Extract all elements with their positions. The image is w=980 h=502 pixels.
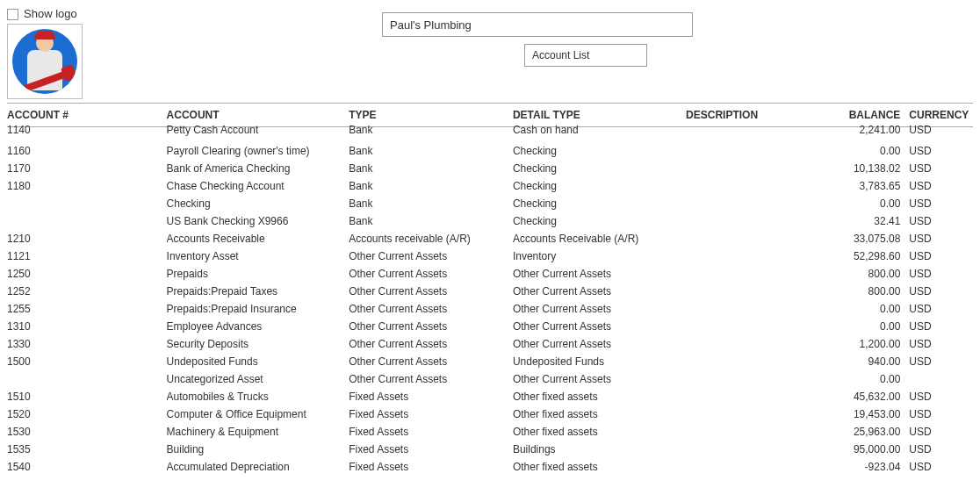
table-row[interactable]: CheckingBankChecking0.00USD [7, 195, 973, 212]
cell-detail: Other fixed assets [513, 458, 686, 476]
cell-currency: USD [909, 388, 973, 405]
cell-detail: Other Current Assets [513, 283, 686, 300]
cell-currency: USD [909, 160, 973, 177]
cell-num: 1180 [7, 177, 167, 195]
cell-type: Other Current Assets [349, 318, 513, 335]
cell-desc [686, 195, 813, 212]
cell-num: 1252 [7, 283, 167, 300]
table-row[interactable]: US Bank Checking X9966BankChecking32.41U… [7, 212, 973, 230]
table-row[interactable]: 1252Prepaids:Prepaid TaxesOther Current … [7, 283, 973, 300]
cell-type: Other Current Assets [349, 265, 513, 283]
cell-type: Bank [349, 212, 513, 230]
cell-desc [686, 300, 813, 318]
table-row[interactable]: 1210Accounts ReceivableAccounts receivab… [7, 230, 973, 247]
plumber-logo-icon [12, 29, 77, 94]
cell-account: Uncategorized Asset [167, 370, 349, 388]
cell-desc [686, 212, 813, 230]
cell-account: Accounts Receivable [167, 230, 349, 247]
cell-account: Automobiles & Trucks [167, 388, 349, 405]
cell-num: 1520 [7, 405, 167, 423]
cell-type: Bank [349, 195, 513, 212]
company-logo[interactable] [7, 24, 83, 99]
cell-detail: Other Current Assets [513, 300, 686, 318]
cell-account: Undeposited Funds [167, 353, 349, 370]
cell-account: Prepaids:Prepaid Taxes [167, 283, 349, 300]
cell-account: Prepaids [167, 265, 349, 283]
cell-currency: USD [909, 142, 973, 160]
cell-detail: Other fixed assets [513, 423, 686, 441]
cell-type: Fixed Assets [349, 405, 513, 423]
show-logo-checkbox[interactable] [7, 9, 18, 20]
cell-account: Computer & Office Equipment [167, 405, 349, 423]
cell-balance: 25,963.00 [813, 423, 909, 441]
table-row[interactable]: 1255Prepaids:Prepaid InsuranceOther Curr… [7, 300, 973, 318]
cell-currency: USD [909, 283, 973, 300]
cell-type: Other Current Assets [349, 370, 513, 388]
cell-num: 1170 [7, 160, 167, 177]
table-row[interactable]: 1330Security DepositsOther Current Asset… [7, 335, 973, 353]
table-row[interactable]: 1170Bank of America CheckingBankChecking… [7, 160, 973, 177]
cell-type: Fixed Assets [349, 458, 513, 476]
table-row[interactable]: 1530Machinery & EquipmentFixed AssetsOth… [7, 423, 973, 441]
cell-currency: USD [909, 405, 973, 423]
table-row[interactable]: 1121Inventory AssetOther Current AssetsI… [7, 247, 973, 265]
cell-detail: Buildings [513, 441, 686, 458]
cell-account: Accumulated Depreciation [167, 458, 349, 476]
cell-balance: 0.00 [813, 300, 909, 318]
table-row[interactable]: 1140Petty Cash AccountBankCash on hand2,… [7, 127, 973, 143]
cell-num: 1255 [7, 300, 167, 318]
table-row[interactable]: 1535BuildingFixed AssetsBuildings95,000.… [7, 441, 973, 458]
cell-currency: USD [909, 177, 973, 195]
cell-num: 1510 [7, 388, 167, 405]
table-row[interactable]: 1160Payroll Clearing (owner's time)BankC… [7, 142, 973, 160]
table-row[interactable]: 1180Chase Checking AccountBankChecking3,… [7, 177, 973, 195]
cell-balance: 0.00 [813, 142, 909, 160]
logo-area: Show logo [7, 7, 95, 99]
report-title-input[interactable] [524, 44, 647, 67]
header-row: Show logo [7, 7, 973, 99]
cell-account: Checking [167, 195, 349, 212]
cell-detail: Inventory [513, 247, 686, 265]
cell-currency: USD [909, 230, 973, 247]
cell-balance: 0.00 [813, 318, 909, 335]
cell-desc [686, 142, 813, 160]
cell-desc [686, 370, 813, 388]
cell-balance: 800.00 [813, 265, 909, 283]
cell-account: Bank of America Checking [167, 160, 349, 177]
cell-detail: Other fixed assets [513, 405, 686, 423]
cell-currency: USD [909, 335, 973, 353]
table-row[interactable]: Uncategorized AssetOther Current AssetsO… [7, 370, 973, 388]
cell-balance: 1,200.00 [813, 335, 909, 353]
cell-type: Fixed Assets [349, 441, 513, 458]
table-row[interactable]: 1250PrepaidsOther Current AssetsOther Cu… [7, 265, 973, 283]
cell-detail: Checking [513, 160, 686, 177]
cell-num [7, 212, 167, 230]
cell-currency: USD [909, 318, 973, 335]
cell-num: 1160 [7, 142, 167, 160]
cell-num: 1310 [7, 318, 167, 335]
cell-desc [686, 423, 813, 441]
table-row[interactable]: 1500Undeposited FundsOther Current Asset… [7, 353, 973, 370]
cell-balance: 52,298.60 [813, 247, 909, 265]
cell-currency: USD [909, 195, 973, 212]
cell-balance: 19,453.00 [813, 405, 909, 423]
table-row[interactable]: 1540Accumulated DepreciationFixed Assets… [7, 458, 973, 476]
cell-num [7, 370, 167, 388]
cell-num: 1140 [7, 124, 167, 140]
cell-desc [686, 441, 813, 458]
cell-currency: USD [909, 265, 973, 283]
cell-detail: Checking [513, 212, 686, 230]
cell-num: 1210 [7, 230, 167, 247]
table-row[interactable]: 1510Automobiles & TrucksFixed AssetsOthe… [7, 388, 973, 405]
cell-account: Prepaids:Prepaid Insurance [167, 300, 349, 318]
table-row[interactable]: 1520Computer & Office EquipmentFixed Ass… [7, 405, 973, 423]
account-list-table: ACCOUNT # ACCOUNT TYPE DETAIL TYPE DESCR… [7, 103, 973, 476]
cell-num: 1250 [7, 265, 167, 283]
cell-account: Inventory Asset [167, 247, 349, 265]
company-name-input[interactable] [382, 12, 693, 37]
cell-balance: 10,138.02 [813, 160, 909, 177]
cell-account: Machinery & Equipment [167, 423, 349, 441]
cell-type: Other Current Assets [349, 353, 513, 370]
cell-balance: 3,783.65 [813, 177, 909, 195]
table-row[interactable]: 1310Employee AdvancesOther Current Asset… [7, 318, 973, 335]
